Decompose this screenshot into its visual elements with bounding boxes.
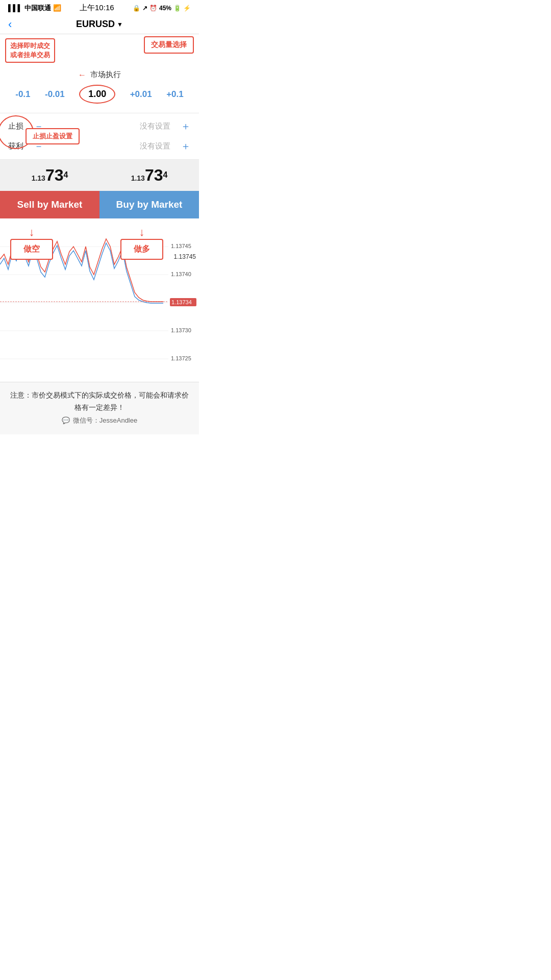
volume-current-value: 1.00 [79, 85, 115, 104]
lock-icon: 🔒 [133, 5, 140, 12]
wechat-id: 微信号：JesseAndlee [73, 416, 137, 425]
header-title: EURUSD ▼ [76, 19, 123, 30]
annotation-duoduo: 做多 [120, 239, 163, 260]
svg-text:1.13745: 1.13745 [171, 243, 191, 249]
volume-minus01-button[interactable]: -0.1 [15, 89, 30, 100]
annotation-volume-select: 交易量选择 [144, 36, 194, 54]
chart-annotation-area: ↓ 做空 ↓ 做多 1.13745 1.13745 1.13740 1.1373… [0, 218, 199, 382]
arrow-icon: ← [78, 70, 86, 80]
volume-row: -0.1 -0.01 1.00 +0.01 +0.1 [8, 82, 191, 107]
alarm-icon: ⏰ [149, 5, 157, 12]
sell-price-prefix: 1.13 [32, 174, 45, 182]
stop-loss-plus-button[interactable]: ＋ [181, 119, 191, 133]
status-bar: ▌▌▌ 中国联通 📶 上午10:16 🔒 ↗ ⏰ 45% 🔋 ⚡ [0, 0, 199, 15]
dropdown-icon[interactable]: ▼ [117, 21, 123, 28]
sl-tp-section: 止损 － 没有设置 ＋ 止损止盈设置 获利 － 没有设置 ＋ [0, 113, 199, 160]
pair-label: EURUSD [76, 19, 115, 30]
sell-button[interactable]: Sell by Market [0, 191, 99, 218]
status-right: 🔒 ↗ ⏰ 45% 🔋 ⚡ [133, 5, 191, 12]
market-exec-label: 市场执行 [90, 70, 121, 80]
footer-note: 注意：市价交易模式下的实际成交价格，可能会和请求价格有一定差异！ [10, 389, 189, 414]
wifi-icon: 📶 [53, 4, 61, 12]
svg-text:1.13725: 1.13725 [171, 355, 191, 361]
sell-price-super: 4 [63, 170, 68, 179]
svg-text:1.13734: 1.13734 [171, 299, 192, 305]
buy-price-main: 73 [145, 166, 163, 184]
annotation-sltp: 止损止盈设置 [26, 128, 80, 144]
back-button[interactable]: ‹ [8, 18, 12, 31]
volume-plus01-button[interactable]: +0.1 [166, 89, 184, 100]
trade-buttons: Sell by Market Buy by Market [0, 191, 199, 218]
duoduo-arrow: ↓ [139, 226, 145, 239]
annotation-duokong: 做空 [10, 239, 53, 260]
buy-price-prefix: 1.13 [131, 174, 145, 182]
volume-plus001-button[interactable]: +0.01 [130, 89, 152, 100]
duokong-annotation-container: ↓ 做空 [10, 226, 53, 260]
footer-wechat: 💬 微信号：JesseAndlee [10, 416, 189, 425]
buy-price-cell: 1.13734 [99, 166, 199, 185]
buy-price-super: 4 [163, 170, 167, 179]
annotation-sltp-label: 止损止盈设置 [33, 132, 72, 140]
status-time: 上午10:16 [80, 3, 114, 13]
charge-icon: ⚡ [183, 5, 191, 12]
status-left: ▌▌▌ 中国联通 📶 [8, 4, 61, 13]
take-profit-plus-button[interactable]: ＋ [181, 139, 191, 153]
sell-price-main: 73 [45, 166, 64, 184]
signal-icon: ▌▌▌ [8, 4, 22, 12]
svg-text:1.13730: 1.13730 [171, 327, 191, 333]
trade-controls: 选择即时成交 或者挂单交易 交易量选择 ← 市场执行 -0.1 -0.01 1.… [0, 34, 199, 113]
sell-price-cell: 1.13734 [0, 166, 99, 185]
location-icon: ↗ [142, 5, 147, 12]
header: ‹ EURUSD ▼ [0, 15, 199, 34]
duoduo-annotation-container: ↓ 做多 [120, 226, 163, 260]
duokong-arrow: ↓ [29, 226, 35, 239]
footer: 注意：市价交易模式下的实际成交价格，可能会和请求价格有一定差异！ 💬 微信号：J… [0, 382, 199, 434]
volume-minus001-button[interactable]: -0.01 [45, 89, 65, 100]
chart-price-right: 1.13745 [174, 253, 196, 260]
carrier-label: 中国联通 [24, 4, 51, 13]
price-display: 1.13734 1.13734 [0, 160, 199, 191]
market-execution-row: ← 市场执行 [8, 66, 191, 82]
battery-label: 45% [159, 5, 171, 12]
wechat-icon: 💬 [62, 416, 70, 424]
svg-text:1.13740: 1.13740 [171, 271, 191, 277]
annotation-immediate-order: 选择即时成交 或者挂单交易 [5, 38, 55, 63]
buy-button[interactable]: Buy by Market [99, 191, 199, 218]
battery-icon: 🔋 [173, 5, 181, 12]
